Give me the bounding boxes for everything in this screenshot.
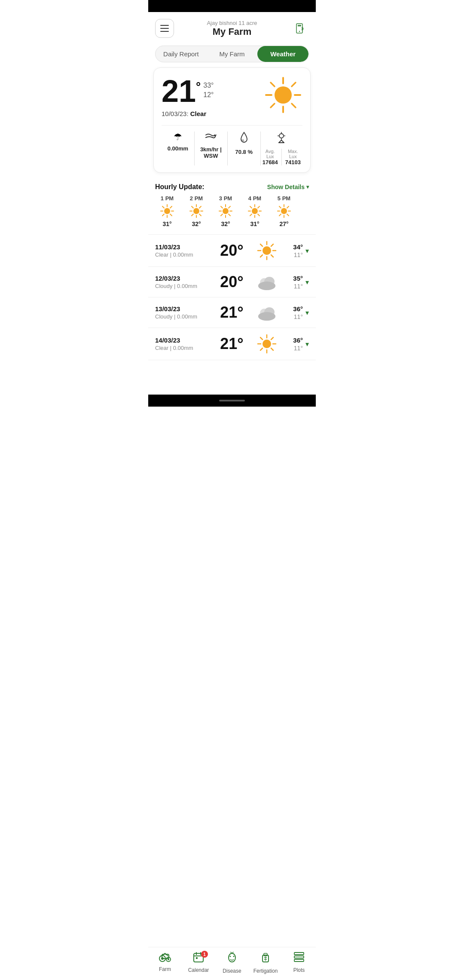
hourly-item: 2 PM 32° bbox=[184, 195, 208, 227]
wind-value: 3km/hr | WSW bbox=[196, 146, 226, 159]
svg-line-63 bbox=[279, 206, 281, 208]
svg-line-56 bbox=[258, 206, 259, 208]
tab-weather[interactable]: Weather bbox=[257, 46, 308, 62]
phone-button[interactable] bbox=[290, 19, 309, 38]
wind-icon bbox=[205, 132, 217, 144]
svg-line-74 bbox=[271, 244, 273, 246]
chevron-down-icon: ▾ bbox=[305, 340, 309, 348]
svg-line-38 bbox=[199, 206, 201, 208]
svg-point-40 bbox=[223, 208, 229, 214]
umbrella-icon: ☂ bbox=[174, 132, 182, 143]
svg-line-30 bbox=[162, 214, 164, 216]
weather-condition: Clear bbox=[190, 110, 207, 117]
forecast-sun-icon bbox=[253, 334, 281, 354]
forecast-cloud-icon bbox=[253, 274, 281, 290]
humidity-value: 70.8 % bbox=[235, 149, 252, 155]
svg-line-72 bbox=[260, 244, 263, 246]
svg-line-10 bbox=[292, 104, 296, 107]
svg-point-84 bbox=[263, 340, 271, 348]
svg-line-28 bbox=[170, 214, 172, 216]
weather-date: 10/03/23 bbox=[162, 110, 186, 117]
hourly-sun-icon bbox=[160, 204, 174, 218]
svg-line-90 bbox=[271, 348, 273, 350]
svg-point-58 bbox=[281, 208, 287, 214]
temp-max: 33° bbox=[203, 82, 214, 89]
hourly-sun-icon bbox=[189, 204, 203, 218]
max-lux-label: Max. Lux bbox=[285, 149, 301, 159]
svg-point-49 bbox=[252, 208, 258, 214]
svg-point-3 bbox=[299, 31, 300, 32]
temp-min: 12° bbox=[203, 91, 214, 99]
svg-line-92 bbox=[260, 348, 263, 350]
menu-button[interactable] bbox=[155, 19, 174, 38]
current-temp: 21 bbox=[162, 76, 196, 107]
svg-line-65 bbox=[287, 206, 289, 208]
svg-line-39 bbox=[192, 214, 193, 216]
tab-bar: Daily Report My Farm Weather bbox=[155, 46, 309, 62]
svg-line-54 bbox=[250, 206, 252, 208]
forecast-item[interactable]: 12/03/23 Cloudy | 0.00mm 20° 35° 11° ▾ bbox=[148, 267, 316, 297]
svg-line-47 bbox=[229, 206, 230, 208]
svg-rect-0 bbox=[292, 21, 307, 36]
avg-lux-label: Avg. Lux bbox=[263, 149, 278, 159]
lux-stat: Avg. Lux 17684 Max. Lux 74103 bbox=[261, 132, 302, 165]
chevron-down-icon: ▾ bbox=[306, 184, 309, 190]
svg-line-55 bbox=[258, 214, 259, 216]
sun-icon bbox=[264, 76, 302, 114]
forecast-item[interactable]: 11/03/23 Clear | 0.00mm 20° 34° 11° ▾ bbox=[148, 235, 316, 267]
svg-point-14 bbox=[279, 134, 284, 138]
chevron-down-icon: ▾ bbox=[305, 278, 309, 286]
svg-point-31 bbox=[193, 208, 199, 214]
wind-stat: 3km/hr | WSW bbox=[195, 132, 228, 165]
svg-text:%: % bbox=[241, 138, 244, 142]
svg-line-36 bbox=[192, 206, 193, 208]
hourly-header: Hourly Update: Show Details ▾ bbox=[148, 180, 316, 195]
forecast-sun-icon bbox=[253, 241, 281, 260]
tab-my-farm[interactable]: My Farm bbox=[207, 46, 258, 62]
svg-line-27 bbox=[162, 206, 164, 208]
svg-line-48 bbox=[221, 214, 223, 216]
tab-daily-report[interactable]: Daily Report bbox=[156, 46, 207, 62]
rain-stat: ☂ 0.00mm bbox=[162, 132, 195, 165]
svg-line-29 bbox=[170, 206, 172, 208]
hourly-item: 1 PM 31° bbox=[155, 195, 179, 227]
rain-value: 0.00mm bbox=[168, 145, 188, 152]
system-nav-pill bbox=[219, 400, 245, 401]
hourly-item: 3 PM 32° bbox=[214, 195, 238, 227]
chevron-down-icon: ▾ bbox=[305, 309, 309, 317]
show-details-button[interactable]: Show Details ▾ bbox=[267, 184, 309, 190]
svg-line-73 bbox=[271, 255, 273, 257]
header-title: Ajay bishnoi 11 acre My Farm bbox=[207, 20, 257, 37]
max-lux-value: 74103 bbox=[285, 159, 301, 165]
svg-line-57 bbox=[250, 214, 252, 216]
svg-line-37 bbox=[199, 214, 201, 216]
weather-card: 21 ° 33° 12° 10/03/23: Clear bbox=[153, 67, 311, 173]
chevron-down-icon: ▾ bbox=[305, 247, 309, 255]
forecast-item[interactable]: 14/03/23 Clear | 0.00mm 21° 36° 11° ▾ bbox=[148, 328, 316, 360]
svg-point-67 bbox=[263, 246, 271, 255]
svg-point-83 bbox=[258, 312, 275, 321]
svg-line-91 bbox=[271, 337, 273, 340]
svg-line-45 bbox=[221, 206, 223, 208]
avg-lux-value: 17684 bbox=[263, 159, 278, 165]
hourly-row: 1 PM 31° 2 PM bbox=[148, 195, 316, 235]
hourly-item: 5 PM 27° bbox=[272, 195, 296, 227]
svg-line-9 bbox=[271, 83, 275, 86]
hourly-sun-icon bbox=[219, 204, 232, 218]
header-farm-name: My Farm bbox=[207, 26, 257, 37]
lux-icon bbox=[276, 132, 287, 146]
svg-point-79 bbox=[258, 282, 275, 290]
humidity-stat: % 70.8 % bbox=[228, 132, 261, 165]
hourly-title: Hourly Update: bbox=[155, 183, 205, 191]
header-username: Ajay bishnoi 11 acre bbox=[207, 20, 257, 26]
svg-line-75 bbox=[260, 255, 263, 257]
hourly-sun-icon bbox=[248, 204, 262, 218]
svg-line-11 bbox=[292, 83, 296, 86]
svg-line-89 bbox=[260, 337, 263, 340]
forecast-cloud-icon bbox=[253, 304, 281, 321]
forecast-item[interactable]: 13/03/23 Cloudy | 0.00mm 21° 36° 11° ▾ bbox=[148, 297, 316, 328]
hourly-sun-icon bbox=[277, 204, 291, 218]
svg-line-46 bbox=[229, 214, 230, 216]
header: Ajay bishnoi 11 acre My Farm bbox=[148, 12, 316, 42]
svg-point-4 bbox=[275, 86, 292, 104]
